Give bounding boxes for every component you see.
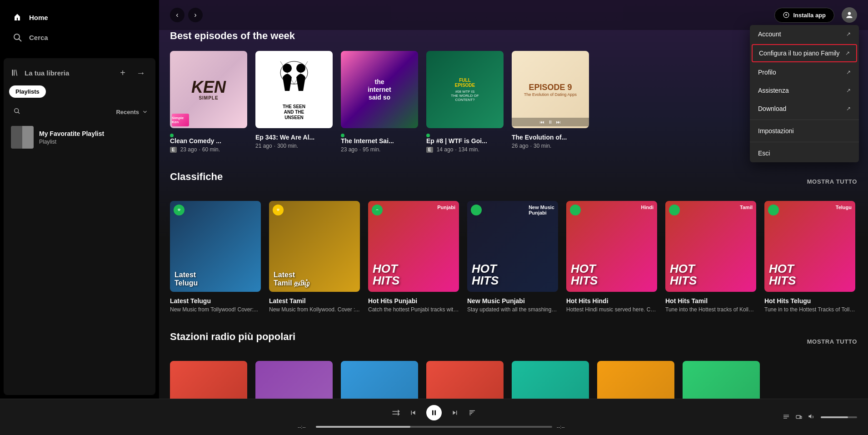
previous-button[interactable] xyxy=(409,409,417,417)
svg-point-2 xyxy=(15,109,19,113)
svg-point-15 xyxy=(573,208,578,212)
chart-desc-7: Tune in to the Hottest Tracks of Tollywo… xyxy=(764,306,855,313)
dropdown-download[interactable]: Download ↗ xyxy=(750,100,859,118)
library-title[interactable]: La tua libreria xyxy=(11,68,69,77)
radio-title: Stazioni radio più popolari xyxy=(170,331,295,343)
forward-button[interactable]: › xyxy=(188,8,203,22)
volume-bar[interactable] xyxy=(821,416,857,418)
chart-card-4[interactable]: New MusicPunjabi HOTHITS New Music Punja… xyxy=(467,201,558,313)
dropdown-divider-2 xyxy=(750,142,859,142)
episode-card-5[interactable]: EPISODE 9 The Evolution of Dating Apps ⏮… xyxy=(512,51,589,153)
filter-playlists[interactable]: Playlists xyxy=(9,85,46,98)
show-all-radio-button[interactable]: Mostra tutto xyxy=(807,338,857,345)
episode-card-3[interactable]: theinternetsaid so The Internet Sai... 2… xyxy=(341,51,418,153)
radio-thumb-6 xyxy=(597,361,674,399)
player-right xyxy=(721,413,857,422)
episode-card-4[interactable]: FULLEPISODE #08 WTF ISTHE WORLD OFCONTEN… xyxy=(426,51,504,153)
user-icon xyxy=(845,10,854,20)
chart-thumb-2: LatestTamil தமிழ் xyxy=(269,201,360,292)
radio-card-2[interactable]: Arijit Singh xyxy=(255,361,333,399)
radio-header: Stazioni radio più popolari Mostra tutto xyxy=(170,331,857,352)
chart-card-1[interactable]: LatestTelugu Latest Telugu New Music fro… xyxy=(170,201,261,313)
classifiche-header: Classifiche Mostra tutto xyxy=(170,171,857,192)
nav-arrows: ‹ › xyxy=(170,8,203,22)
radio-card-1[interactable]: Sidhu Moosa Wala xyxy=(170,361,247,399)
chart-thumb-6: Tamil HOTHITS xyxy=(665,201,756,292)
sidebar-item-search[interactable]: Cerca xyxy=(5,27,154,47)
radio-thumb-2 xyxy=(255,361,333,399)
devices-button[interactable] xyxy=(795,414,803,421)
user-avatar-button[interactable] xyxy=(842,7,857,23)
dropdown-account[interactable]: Account ↗ xyxy=(750,25,859,43)
radio-card-6[interactable]: Jubin Nautiyal xyxy=(597,361,674,399)
chart-card-7[interactable]: Telugu HOTHITS Hot Hits Telugu Tune in t… xyxy=(764,201,855,313)
dropdown-help[interactable]: Assistenza ↗ xyxy=(750,81,859,100)
svg-point-17 xyxy=(771,208,776,212)
play-pause-button[interactable] xyxy=(426,405,442,420)
radio-thumb-3 xyxy=(341,361,418,399)
dropdown-family[interactable]: Configura il tuo piano Family ↗ xyxy=(752,44,857,62)
transcript-button[interactable] xyxy=(468,409,476,417)
filter-chips: Playlists xyxy=(9,85,150,98)
episode-thumb-3: theinternetsaid so xyxy=(341,51,418,128)
progress-track[interactable] xyxy=(316,426,552,428)
radio-card-5[interactable]: Udit Narayan xyxy=(512,361,589,399)
back-button[interactable]: ‹ xyxy=(170,8,185,22)
radio-card-4[interactable]: KK xyxy=(426,361,504,399)
playlist-item[interactable]: My Favoratite Playlist Playlist xyxy=(9,122,150,152)
dropdown-divider xyxy=(750,120,859,120)
add-library-button[interactable]: + xyxy=(115,65,130,80)
chart-title-2: Latest Tamil xyxy=(269,297,360,305)
radio-thumb-5 xyxy=(512,361,589,399)
library-search-button[interactable] xyxy=(11,105,23,119)
library-section: La tua libreria + → Playlists xyxy=(4,58,155,395)
chart-card-2[interactable]: LatestTamil தமிழ் Latest Tamil New Music… xyxy=(269,201,360,313)
sidebar-item-home[interactable]: Home xyxy=(5,7,154,27)
chart-title-4: New Music Punjabi xyxy=(467,297,558,305)
player-center: --:-- --:-- xyxy=(147,405,721,430)
episode-dot-3 xyxy=(341,134,418,137)
progress-bar[interactable]: --:-- --:-- xyxy=(298,424,570,430)
chart-card-6[interactable]: Tamil HOTHITS Hot Hits Tamil Tune into t… xyxy=(665,201,756,313)
playlist-info: My Favoratite Playlist Playlist xyxy=(39,130,148,145)
radio-grid: Sidhu Moosa Wala Arijit Singh AR Dhillon… xyxy=(170,361,857,399)
chart-thumb-4: New MusicPunjabi HOTHITS xyxy=(467,201,558,292)
episode-title-4: Ep #8 | WTF is Goi... xyxy=(426,137,504,145)
dropdown-logout[interactable]: Esci xyxy=(750,144,859,162)
chart-thumb-7: Telugu HOTHITS xyxy=(764,201,855,292)
svg-rect-18 xyxy=(432,410,434,415)
volume-button[interactable] xyxy=(808,413,815,422)
recents-button[interactable]: Recents xyxy=(116,109,148,115)
time-current: --:-- xyxy=(298,424,311,430)
episode-dot-1 xyxy=(170,134,247,137)
search-sort-row: Recents xyxy=(9,103,150,122)
home-icon xyxy=(12,12,23,23)
shuffle-button[interactable] xyxy=(392,409,400,417)
next-button[interactable] xyxy=(451,409,459,417)
episode-card-1[interactable]: KEN SIMPLE Simple Ken Clean Comedy ... E… xyxy=(170,51,247,153)
expand-library-button[interactable]: → xyxy=(134,65,148,80)
install-app-button[interactable]: Installa app xyxy=(774,8,834,23)
progress-fill xyxy=(316,426,410,428)
dropdown-settings[interactable]: Impostazioni xyxy=(750,122,859,140)
classifiche-section: Classifiche Mostra tutto LatestTelugu La… xyxy=(170,171,857,313)
svg-point-14 xyxy=(474,208,479,212)
bottom-player: --:-- --:-- xyxy=(0,399,868,435)
radio-card-7[interactable]: Pritam xyxy=(683,361,760,399)
volume-fill xyxy=(821,416,848,418)
chart-desc-2: New Music from Kollywood. Cover :... xyxy=(269,306,360,313)
charts-grid: LatestTelugu Latest Telugu New Music fro… xyxy=(170,201,857,313)
dropdown-profile[interactable]: Profilo ↗ xyxy=(750,63,859,81)
time-total: --:-- xyxy=(557,424,570,430)
show-all-charts-button[interactable]: Mostra tutto xyxy=(807,178,857,185)
playlist-thumbnail xyxy=(11,126,34,149)
chart-card-3[interactable]: Punjabi HOTHITS Hot Hits Punjabi Catch t… xyxy=(368,201,459,313)
external-link-icon-profile: ↗ xyxy=(846,69,851,75)
queue-button[interactable] xyxy=(783,414,790,421)
install-icon xyxy=(783,12,789,18)
radio-card-3[interactable]: AR Dhillon xyxy=(341,361,418,399)
svg-rect-3 xyxy=(11,126,22,149)
episode-card-2[interactable]: THE SEENAND THEUNSEEN Ep 343: We Are Al.… xyxy=(255,51,333,153)
episode-meta-2: 21 ago · 300 min. xyxy=(255,143,333,149)
chart-card-5[interactable]: Hindi HOTHITS Hot Hits Hindi Hottest Hin… xyxy=(566,201,657,313)
